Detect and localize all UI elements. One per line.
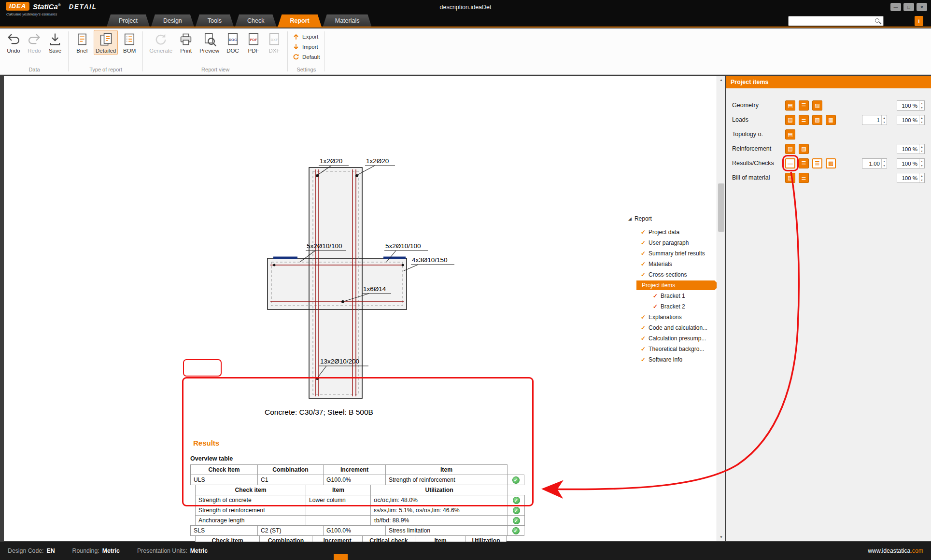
checkbox-checked-icon[interactable]: ✓	[641, 229, 646, 236]
tree-item-explanations[interactable]: ✓Explanations	[628, 312, 725, 322]
checkbox-checked-icon[interactable]: ✓	[653, 293, 658, 299]
percent-spinner[interactable]: 100 %▲▼	[897, 158, 925, 168]
scroll-up-icon[interactable]: ▲	[717, 76, 725, 84]
report-icon[interactable]: ▤	[785, 129, 795, 140]
ribbon-save-button[interactable]: Save	[46, 30, 64, 55]
percent-spinner[interactable]: 100 %▲▼	[897, 100, 925, 111]
spinner-down-icon[interactable]: ▼	[919, 149, 924, 154]
spinner-up-icon[interactable]: ▲	[919, 173, 924, 178]
ribbon-button-label: Generate	[149, 48, 172, 54]
tree-item-calculation-presump[interactable]: ✓Calculation presump...	[628, 333, 725, 344]
table-row: Strength of reinforcementεs/εs,lim: 5.1%…	[195, 505, 548, 516]
report-icon[interactable]: ▤	[785, 115, 795, 125]
spinner-down-icon[interactable]: ▼	[919, 106, 924, 111]
checkbox-checked-icon[interactable]: ✓	[653, 303, 658, 310]
statusbar-item-label: Presentation Units:	[137, 547, 187, 554]
tree-item-bracket-2[interactable]: ✓Bracket 2	[628, 301, 725, 312]
spinner-down-icon[interactable]: ▼	[919, 120, 924, 125]
checkbox-checked-icon[interactable]: ✓	[641, 324, 646, 331]
ribbon-import-button[interactable]: Import	[292, 43, 319, 51]
tree-item-bracket-1[interactable]: ✓Bracket 1	[628, 291, 725, 301]
tree-expander-icon[interactable]: ◢	[628, 216, 632, 221]
vertical-scrollbar[interactable]: ▲ ▼	[717, 76, 725, 541]
spinner-up-icon[interactable]: ▲	[919, 101, 924, 106]
tab-tools[interactable]: Tools	[196, 14, 234, 27]
ribbon-brief-button[interactable]: Brief	[73, 30, 91, 55]
tree-item-project-data[interactable]: ✓Project data	[628, 227, 725, 238]
ribbon-doc-button[interactable]: DOCDOC	[224, 30, 242, 55]
checkbox-checked-icon[interactable]: ✓	[641, 346, 646, 352]
checkbox-checked-icon[interactable]: ✓	[641, 239, 646, 246]
checkbox-checked-icon[interactable]: ✓	[641, 335, 646, 342]
statusbar-item-label: Design Code:	[8, 547, 44, 554]
percent-spinner[interactable]: 100 %▲▼	[897, 115, 925, 125]
checkbox-checked-icon[interactable]: ✓	[641, 314, 646, 321]
percent-spinner[interactable]: 100 %▲▼	[897, 173, 925, 183]
report-icon[interactable]: ▤	[785, 173, 795, 183]
tab-materials[interactable]: Materials	[323, 14, 372, 27]
tree-item-cross-sections[interactable]: ✓Cross-sections	[628, 269, 725, 280]
picture-icon[interactable]: ▨	[812, 115, 822, 125]
checkbox-checked-icon[interactable]: ✓	[641, 250, 646, 257]
ribbon-preview-button[interactable]: Preview	[197, 30, 221, 55]
checkbox-checked-icon[interactable]: ✓	[641, 261, 646, 267]
search-box[interactable]	[788, 16, 884, 26]
checkbox-checked-icon[interactable]: ✓	[641, 271, 646, 278]
table-icon[interactable]: ☰	[799, 115, 809, 125]
info-button[interactable]: i	[915, 16, 923, 26]
ribbon-print-button[interactable]: Print	[177, 30, 195, 55]
detail-table-icon[interactable]: ☰	[812, 158, 822, 168]
table-icon[interactable]: ☰	[799, 158, 809, 168]
spinner-up-icon[interactable]: ▲	[919, 115, 924, 120]
spinner-down-icon[interactable]: ▼	[919, 178, 924, 183]
tree-item-project-items-selected[interactable]: Project items	[636, 280, 719, 290]
ribbon-button-label: Print	[180, 48, 192, 54]
tree-root-report[interactable]: ◢Report	[628, 213, 725, 224]
scrollbar-thumb[interactable]	[718, 183, 724, 232]
tab-check[interactable]: Check	[235, 14, 276, 27]
spinner-down-icon[interactable]: ▼	[882, 164, 887, 168]
ribbon-export-button[interactable]: Export	[292, 33, 319, 41]
grid-icon[interactable]: ▦	[826, 115, 836, 125]
count-spinner[interactable]: 1▲▼	[862, 115, 887, 125]
tab-design[interactable]: Design	[151, 14, 194, 27]
tab-report[interactable]: Report	[278, 14, 321, 27]
picture-icon[interactable]: ▨	[812, 100, 822, 111]
table-icon[interactable]: ☰	[799, 100, 809, 111]
spinner-up-icon[interactable]: ▲	[882, 159, 887, 164]
tree-item-materials[interactable]: ✓Materials	[628, 259, 725, 269]
report-icon[interactable]: ▤	[785, 100, 795, 111]
spinner-up-icon[interactable]: ▲	[919, 159, 924, 164]
minimized-output-icon[interactable]: —	[785, 158, 795, 168]
tree-item-summary-brief-results[interactable]: ✓Summary brief results	[628, 248, 725, 259]
tree-item-software-info[interactable]: ✓Software info	[628, 354, 725, 365]
picture-icon[interactable]: ▨	[799, 144, 809, 154]
tree-item-code-and-calculation[interactable]: ✓Code and calculation...	[628, 322, 725, 333]
picture-icon[interactable]: ▨	[826, 158, 836, 168]
ribbon-detailed-button[interactable]: Detailed	[94, 30, 118, 55]
ribbon-pdf-button[interactable]: PDFPDF	[244, 30, 263, 55]
ribbon-default-button[interactable]: Default	[292, 53, 320, 61]
spinner-up-icon[interactable]: ▲	[882, 115, 887, 120]
spinner-down-icon[interactable]: ▼	[919, 164, 924, 168]
count-spinner[interactable]: 1.00▲▼	[862, 158, 887, 168]
table-icon[interactable]: ☰	[799, 173, 809, 183]
ribbon-bom-button[interactable]: BOM	[120, 30, 139, 55]
checkbox-checked-icon[interactable]: ✓	[641, 356, 646, 363]
scroll-down-icon[interactable]: ▼	[717, 533, 725, 541]
report-icon[interactable]: ▤	[785, 144, 795, 154]
tree-item-theoretical-backgro[interactable]: ✓Theoretical backgro...	[628, 344, 725, 354]
ribbon-undo-button[interactable]: Undo	[4, 30, 23, 55]
tree-item-user-paragraph[interactable]: ✓User paragraph	[628, 238, 725, 248]
spinner-up-icon[interactable]: ▲	[919, 144, 924, 149]
search-icon[interactable]	[875, 18, 879, 23]
minimize-button[interactable]: —	[890, 3, 901, 11]
tab-project[interactable]: Project	[107, 14, 150, 27]
percent-spinner[interactable]: 100 %▲▼	[897, 144, 925, 154]
ribbon-button-label: Brief	[76, 48, 88, 54]
website-link[interactable]: www.ideastatica.com	[868, 547, 923, 554]
spinner-down-icon[interactable]: ▼	[882, 120, 887, 125]
close-button[interactable]: ✕	[917, 3, 927, 11]
search-input[interactable]	[790, 17, 874, 25]
maximize-button[interactable]: □	[903, 3, 914, 11]
